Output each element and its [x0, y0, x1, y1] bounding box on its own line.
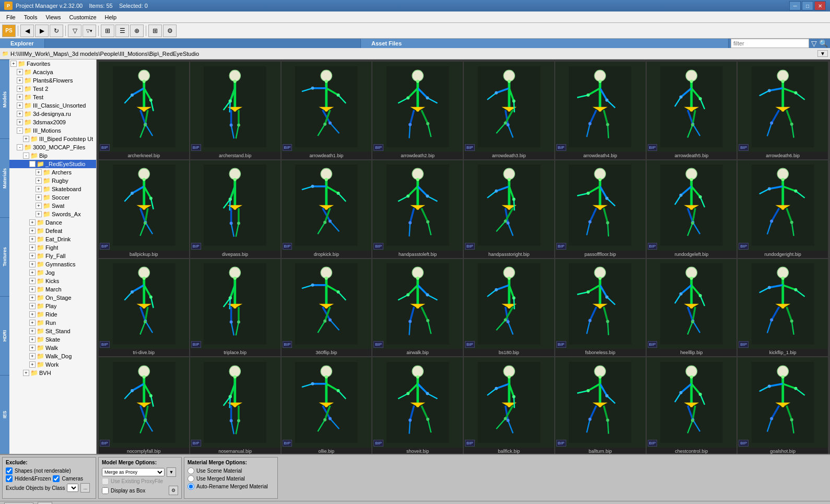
view-icons-button[interactable]: ⊞: [101, 25, 114, 37]
tree-expand-march[interactable]: +: [29, 286, 36, 292]
tree-item--redeyestudio[interactable]: -📁_RedEyeStudio: [9, 160, 96, 168]
tree-item-archers[interactable]: +📁Archers: [9, 168, 96, 177]
asset-item[interactable]: BIPrundodgeright.bip: [738, 160, 828, 258]
shapes-checkbox[interactable]: [6, 467, 13, 474]
menu-tools[interactable]: Tools: [20, 13, 42, 21]
tree-expand-work[interactable]: +: [29, 361, 36, 368]
tree-expand-3dsmax2009[interactable]: +: [17, 119, 23, 125]
tree-item-3dsmax2009[interactable]: +📁3dsmax2009: [9, 118, 96, 126]
tree-item-swat[interactable]: +📁Swat: [9, 202, 96, 210]
tree-expand-fly-fall[interactable]: +: [29, 253, 36, 259]
tree-item-bip[interactable]: -📁Bip: [9, 151, 96, 160]
asset-item[interactable]: BIPkickflip_1.bip: [738, 259, 828, 357]
tree-expand-play[interactable]: +: [29, 303, 36, 309]
display-as-box-btn[interactable]: ⚙: [169, 486, 178, 495]
hidden-frozen-checkbox[interactable]: [6, 475, 13, 482]
tree-expand-iii-classic-unsorted[interactable]: +: [17, 102, 23, 109]
tree-expand-bip[interactable]: -: [23, 153, 29, 159]
asset-item[interactable]: BIPballpickup.bip: [99, 160, 189, 258]
sidebar-label-hdri[interactable]: HDRI: [0, 296, 9, 375]
tree-item-bvh[interactable]: +📁BVH: [9, 369, 96, 377]
tree-expand-iii-biped-footstep-ut[interactable]: +: [23, 136, 29, 142]
tree-expand-soccer[interactable]: +: [36, 194, 42, 201]
asset-item[interactable]: BIPheelllip.bip: [647, 259, 737, 357]
tree-item-run[interactable]: +📁Run: [9, 319, 96, 327]
merge-options-btn[interactable]: ▼: [167, 467, 176, 477]
tree-item-defeat[interactable]: +📁Defeat: [9, 227, 96, 235]
sidebar-label-materials[interactable]: Materials: [0, 138, 9, 217]
maximize-button[interactable]: □: [802, 1, 813, 10]
zoom-button[interactable]: ⊕: [130, 25, 144, 37]
tree-item-walk[interactable]: +📁Walk: [9, 344, 96, 352]
tab-explorer[interactable]: Explorer: [0, 39, 45, 48]
tree-expand-jog[interactable]: +: [29, 269, 36, 276]
asset-grid-container[interactable]: BIParcherkneel.bipBIParcherstand.bipBIPa…: [97, 60, 830, 454]
refresh-button[interactable]: ↻: [50, 25, 63, 37]
asset-item[interactable]: BIPairwalk.bip: [372, 259, 463, 357]
back-button[interactable]: ◀: [20, 25, 34, 37]
use-existing-proxy-checkbox[interactable]: [102, 478, 109, 485]
tree-expand--redeyestudio[interactable]: -: [29, 161, 36, 167]
tree-item-plants-flowers[interactable]: +📁Plants&Flowers: [9, 76, 96, 85]
asset-item[interactable]: BIPbs180.bip: [464, 259, 554, 357]
tab-asset-files[interactable]: Asset Files: [361, 39, 729, 48]
tree-item-work[interactable]: +📁Work: [9, 360, 96, 369]
tree-item-rugby[interactable]: +📁Rugby: [9, 177, 96, 185]
tree-item-play[interactable]: +📁Play: [9, 302, 96, 310]
filter-input[interactable]: [731, 39, 809, 48]
menu-views[interactable]: Views: [41, 13, 65, 21]
tree-item-skateboard[interactable]: +📁Skateboard: [9, 185, 96, 193]
tree-item-test[interactable]: +📁Test: [9, 93, 96, 101]
sidebar-label-ies[interactable]: IES: [0, 375, 9, 454]
options-button[interactable]: Options: [4, 502, 33, 505]
tree-item-on-stage[interactable]: +📁On_Stage: [9, 294, 96, 302]
asset-item[interactable]: BIParrowdeath6.bip: [738, 62, 828, 159]
asset-item[interactable]: BIParrowdeath3.bip: [464, 62, 554, 159]
exclude-class-select[interactable]: [67, 484, 78, 492]
asset-item[interactable]: BIP360flip.bip: [282, 259, 372, 357]
display-as-box-checkbox[interactable]: [102, 487, 109, 494]
asset-item[interactable]: BIPshoveit.bip: [372, 357, 463, 454]
path-expand-button[interactable]: ▼: [817, 50, 828, 57]
cameras-checkbox[interactable]: [53, 475, 60, 482]
tree-expand-acaciya[interactable]: +: [17, 69, 23, 75]
tree-item-test-2[interactable]: +📁Test 2: [9, 85, 96, 93]
tree-expand-bvh[interactable]: +: [23, 370, 29, 376]
tree-expand-walk[interactable]: +: [29, 345, 36, 351]
asset-item[interactable]: BIPchestcontrol.bip: [647, 357, 737, 454]
favorites-button[interactable]: ★: [38, 502, 52, 504]
asset-item[interactable]: BIParrowdeath4.bip: [555, 62, 646, 159]
search-icon[interactable]: 🔍: [819, 39, 828, 48]
tree-expand-eat-drink[interactable]: +: [29, 236, 36, 242]
asset-item[interactable]: BIPtriplace.bip: [190, 259, 280, 357]
tree-expand-walk-dog[interactable]: +: [29, 353, 36, 359]
asset-item[interactable]: BIParrowdeath5.bip: [647, 62, 737, 159]
tree-item-fly-fall[interactable]: +📁Fly_Fall: [9, 252, 96, 260]
tree-expand-3d-designya-ru[interactable]: +: [17, 111, 23, 117]
filter-button[interactable]: ▽: [68, 25, 81, 37]
asset-item[interactable]: BIPhandpasstoleft.bip: [372, 160, 463, 258]
tree-expand-3000-mocap-files[interactable]: -: [17, 144, 23, 150]
exclude-class-btn[interactable]: ...: [80, 483, 90, 493]
merge-type-select[interactable]: Merge as Proxy: [102, 468, 165, 476]
asset-item[interactable]: BIPfsboneless.bip: [555, 259, 646, 357]
tree-expand-plants-flowers[interactable]: +: [17, 77, 23, 84]
tree-expand-swords-ax[interactable]: +: [36, 211, 42, 217]
tree-expand-test-2[interactable]: +: [17, 86, 23, 92]
tree-expand-favorites[interactable]: +: [10, 61, 17, 67]
asset-item[interactable]: BIParrowdeath2.bip: [372, 62, 463, 159]
tree-item-ride[interactable]: +📁Ride: [9, 310, 96, 319]
tree-item-fight[interactable]: +📁Fight: [9, 243, 96, 252]
tree-expand-gymnastics[interactable]: +: [29, 261, 36, 267]
forward-button[interactable]: ▶: [35, 25, 49, 37]
menu-file[interactable]: File: [2, 13, 20, 21]
auto-rename-radio[interactable]: [188, 483, 194, 490]
tree-item-swords-ax[interactable]: +📁Swords_Ax: [9, 210, 96, 218]
tree-item-walk-dog[interactable]: +📁Walk_Dog: [9, 352, 96, 360]
asset-item[interactable]: BIPgoalshot.bip: [738, 357, 828, 454]
tree-expand-sit-stand[interactable]: +: [29, 328, 36, 334]
tree-item-soccer[interactable]: +📁Soccer: [9, 193, 96, 202]
asset-item[interactable]: BIParrowdeath1.bip: [282, 62, 372, 159]
grid-view-button[interactable]: ⊞: [148, 25, 162, 37]
tree-expand-swat[interactable]: +: [36, 203, 42, 209]
